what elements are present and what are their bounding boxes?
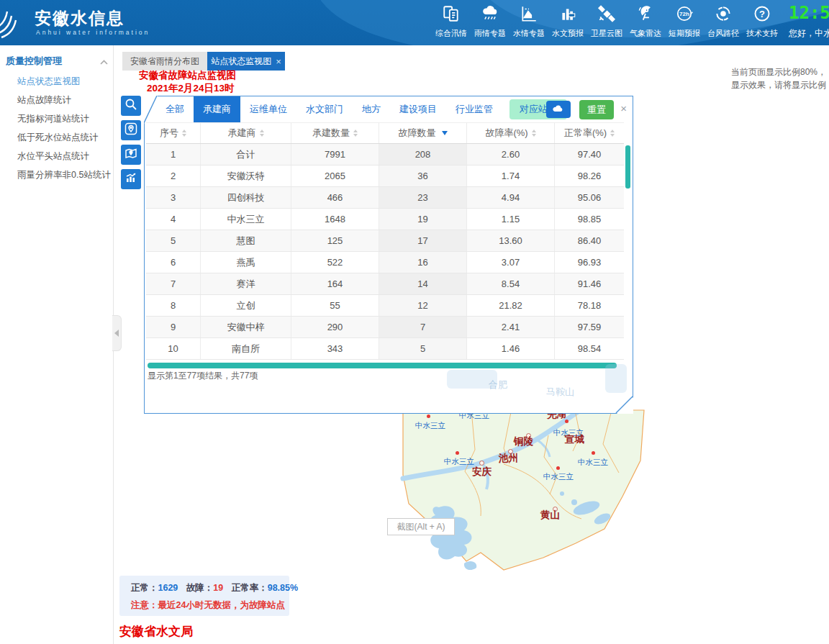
cell-fault-rate: 1.46 xyxy=(467,338,555,359)
filter-tab[interactable]: 行业监管 xyxy=(446,96,502,122)
reset-button[interactable]: 重置 xyxy=(579,100,614,119)
statistics-button[interactable] xyxy=(121,169,141,189)
sidebar-item[interactable]: 低于死水位站点统计 xyxy=(0,128,113,147)
map-layers-button[interactable] xyxy=(121,145,141,165)
faint-city-label: 马鞍山 xyxy=(546,386,574,399)
table-column-header[interactable]: 承建商 xyxy=(201,123,291,143)
cell-fault-count: 208 xyxy=(379,144,467,165)
station-label[interactable]: 中水三立 xyxy=(415,421,445,431)
sidebar-item[interactable]: 站点状态监视图 xyxy=(0,72,113,91)
table-column-header[interactable]: 承建数量 xyxy=(291,123,379,143)
table-column-header[interactable]: 序号 xyxy=(146,123,201,143)
column-label: 故障率(%) xyxy=(485,127,527,140)
cell-no: 8 xyxy=(146,295,201,316)
filter-tab[interactable]: 全部 xyxy=(156,96,194,122)
nav-tech-support[interactable]: ? 技术支持 xyxy=(743,4,782,39)
sidebar-group-title: 质量控制管理 xyxy=(6,55,62,68)
sidebar-item[interactable]: 无指标河道站统计 xyxy=(0,109,113,128)
badge-72h-icon: 72h xyxy=(675,4,694,26)
sidebar-group-quality-control[interactable]: 质量控制管理 xyxy=(6,55,108,68)
table-row[interactable]: 4 中水三立 1648 19 1.15 98.85 xyxy=(146,209,624,230)
nav-satellite-cloud[interactable]: 卫星云图 xyxy=(587,4,626,39)
nav-typhoon-track[interactable]: 台风路径 xyxy=(704,4,743,39)
cell-no: 7 xyxy=(146,273,201,294)
screenshot-tooltip: 截图(Alt + A) xyxy=(387,518,455,535)
station-dot[interactable] xyxy=(456,451,459,455)
tab-station-status[interactable]: 站点状态监视图 × xyxy=(207,52,285,71)
chevron-left-icon xyxy=(114,330,119,337)
locate-button[interactable] xyxy=(121,120,141,140)
nav-short-forecast[interactable]: 72h 短期预报 xyxy=(665,4,704,39)
cell-fault-rate: 1.74 xyxy=(467,165,555,186)
cell-normal-rate: 97.40 xyxy=(555,144,624,165)
table-row[interactable]: 6 燕禹 522 16 3.07 96.93 xyxy=(146,252,624,273)
table-column-header[interactable]: 故障数量 xyxy=(379,123,467,143)
table-row[interactable]: 7 赛洋 164 14 8.54 91.46 xyxy=(146,273,624,295)
sidebar-menu: 站点状态监视图 站点故障统计 无指标河道站统计 低于死水位站点统计 水位平头站点… xyxy=(0,72,113,184)
sidebar-item[interactable]: 雨量分辨率非0.5站统计 xyxy=(0,165,113,184)
column-label: 故障数量 xyxy=(399,127,436,140)
nav-flood-overview[interactable]: 综合汛情 xyxy=(432,4,471,39)
nav-rain-topic[interactable]: 雨情专题 xyxy=(471,4,509,39)
sort-desc-icon xyxy=(442,131,448,135)
nav-hydro-forecast[interactable]: 水文预报 xyxy=(548,4,587,39)
dialog-close-icon[interactable]: × xyxy=(620,102,627,114)
filter-tab[interactable]: 地方 xyxy=(353,96,390,122)
column-label: 序号 xyxy=(160,127,178,140)
city-label: 池州 xyxy=(499,452,518,465)
table-column-header[interactable]: 故障率(%) xyxy=(467,123,555,143)
city-label: 黄山 xyxy=(540,509,560,522)
search-button[interactable] xyxy=(121,96,141,116)
table-row[interactable]: 8 立创 55 12 21.82 78.18 xyxy=(146,295,624,317)
station-dot[interactable] xyxy=(427,414,430,418)
station-label[interactable]: 中水三立 xyxy=(543,472,574,482)
table-row[interactable]: 9 安徽中梓 290 7 2.41 97.59 xyxy=(146,317,624,338)
filter-tab[interactable]: 建设项目 xyxy=(390,96,446,122)
filter-tab[interactable]: 水文部门 xyxy=(296,96,353,122)
cell-built-count: 2065 xyxy=(291,165,379,186)
cell-built-count: 55 xyxy=(291,295,379,316)
station-dot[interactable] xyxy=(556,466,560,470)
cell-fault-rate: 3.07 xyxy=(467,252,555,273)
app-root: 安徽水信息 Anhui water information 综合汛情 雨情专题 … xyxy=(0,0,829,644)
tab-rain-distribution[interactable]: 安徽省雨情分布图 xyxy=(122,52,207,71)
cell-fault-count: 5 xyxy=(379,338,467,359)
city-marker[interactable] xyxy=(479,461,484,466)
cell-built-count: 164 xyxy=(291,273,379,294)
sort-arrows-icon xyxy=(182,130,186,137)
water-chart-icon xyxy=(520,4,538,26)
nav-water-topic[interactable]: 水情专题 xyxy=(509,4,548,39)
cell-fault-count: 14 xyxy=(379,273,467,294)
station-dot[interactable] xyxy=(592,451,595,455)
column-label: 正常率(%) xyxy=(564,127,607,140)
table-row[interactable]: 3 四创科技 466 23 4.94 95.06 xyxy=(146,187,624,209)
table-row[interactable]: 2 安徽沃特 2065 36 1.74 98.26 xyxy=(146,165,624,187)
table-body: 1 合计 7991 208 2.60 97.40 2 安徽沃特 2065 36 … xyxy=(146,144,624,360)
filter-tab[interactable]: 运维单位 xyxy=(240,96,296,122)
table-row[interactable]: 1 合计 7991 208 2.60 97.40 xyxy=(146,144,624,165)
station-label[interactable]: 中水三立 xyxy=(444,457,474,467)
cell-fault-rate: 1.15 xyxy=(467,209,555,230)
sort-arrows-icon xyxy=(353,130,358,137)
cell-normal-rate: 78.18 xyxy=(555,295,624,316)
vertical-scrollbar[interactable] xyxy=(625,145,630,189)
cell-fault-rate: 21.82 xyxy=(467,295,555,316)
result-count-text: 显示第1至77项结果，共77项 xyxy=(148,370,258,382)
sidebar-collapse-handle[interactable] xyxy=(112,315,122,351)
table-row[interactable]: 10 南自所 343 5 1.46 98.54 xyxy=(146,338,624,360)
station-label[interactable]: 中水三立 xyxy=(578,458,608,468)
cloud-download-button[interactable] xyxy=(546,101,571,118)
sidebar-item[interactable]: 水位平头站点统计 xyxy=(0,147,113,165)
map-toolbar xyxy=(121,96,141,194)
cell-normal-rate: 86.40 xyxy=(555,230,624,251)
table-row[interactable]: 5 慧图 125 17 13.60 86.40 xyxy=(146,230,624,252)
forecast-bars-icon xyxy=(558,4,577,26)
nav-weather-radar[interactable]: 气象雷达 xyxy=(626,4,665,39)
top-nav: 综合汛情 雨情专题 水情专题 水文预报 xyxy=(432,4,782,39)
horizontal-scrollbar[interactable] xyxy=(148,363,617,368)
filter-tab[interactable]: 承建商 xyxy=(194,96,240,122)
cell-no: 3 xyxy=(146,187,201,208)
table-column-header[interactable]: 正常率(%) xyxy=(555,123,624,143)
tab-close-icon[interactable]: × xyxy=(276,57,281,66)
sidebar-item[interactable]: 站点故障统计 xyxy=(0,91,113,109)
